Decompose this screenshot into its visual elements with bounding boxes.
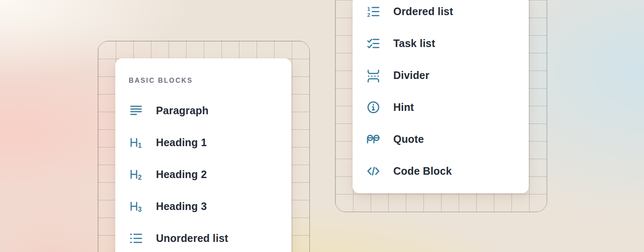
hint-icon bbox=[366, 100, 380, 114]
background-gradient: BASIC BLOCKS Paragraph 1 Heading 1 2 Hea… bbox=[0, 0, 644, 252]
heading-3-icon: 3 bbox=[129, 199, 143, 213]
menu-item-unordered-list[interactable]: Unordered list bbox=[115, 222, 291, 252]
divider-icon bbox=[366, 68, 380, 82]
menu-item-label: Divider bbox=[393, 69, 429, 81]
menu-item-label: Code Block bbox=[393, 165, 452, 177]
menu-item-label: Hint bbox=[393, 101, 414, 113]
blocks-item-list: 12 Ordered list Task list Divider Hint bbox=[353, 0, 529, 187]
menu-item-heading-3[interactable]: 3 Heading 3 bbox=[115, 190, 291, 222]
menu-item-label: Heading 1 bbox=[156, 136, 207, 149]
menu-item-ordered-list[interactable]: 12 Ordered list bbox=[353, 0, 529, 27]
svg-text:2: 2 bbox=[138, 173, 141, 181]
svg-text:3: 3 bbox=[138, 205, 141, 213]
unordered-list-icon bbox=[129, 231, 143, 245]
svg-text:1: 1 bbox=[367, 5, 370, 12]
heading-1-icon: 1 bbox=[129, 135, 143, 150]
ordered-list-icon: 12 bbox=[366, 4, 380, 18]
menu-item-heading-2[interactable]: 2 Heading 2 bbox=[115, 158, 291, 190]
paragraph-icon bbox=[129, 103, 143, 118]
svg-text:2: 2 bbox=[367, 12, 370, 18]
task-list-icon bbox=[366, 36, 380, 50]
menu-item-label: Heading 2 bbox=[156, 168, 207, 181]
blocks-menu-continued: 12 Ordered list Task list Divider Hint bbox=[353, 0, 529, 193]
menu-item-label: Task list bbox=[393, 37, 435, 50]
menu-item-divider[interactable]: Divider bbox=[353, 59, 529, 91]
menu-item-code-block[interactable]: Code Block bbox=[353, 155, 529, 187]
menu-item-label: Heading 3 bbox=[156, 200, 207, 213]
menu-item-paragraph[interactable]: Paragraph bbox=[115, 94, 291, 126]
basic-blocks-item-list: Paragraph 1 Heading 1 2 Heading 2 3 Head… bbox=[115, 94, 291, 252]
menu-item-quote[interactable]: Quote bbox=[353, 123, 529, 155]
menu-item-task-list[interactable]: Task list bbox=[353, 27, 529, 59]
menu-item-label: Unordered list bbox=[156, 232, 228, 244]
menu-item-label: Ordered list bbox=[393, 5, 453, 18]
heading-2-icon: 2 bbox=[129, 167, 143, 181]
basic-blocks-menu: BASIC BLOCKS Paragraph 1 Heading 1 2 Hea… bbox=[115, 58, 291, 252]
menu-item-heading-1[interactable]: 1 Heading 1 bbox=[115, 126, 291, 158]
quote-icon bbox=[366, 132, 380, 146]
menu-item-hint[interactable]: Hint bbox=[353, 91, 529, 123]
code-block-icon bbox=[366, 164, 380, 178]
menu-item-label: Paragraph bbox=[156, 105, 208, 117]
section-header-basic-blocks: BASIC BLOCKS bbox=[115, 67, 291, 94]
svg-text:1: 1 bbox=[138, 142, 141, 149]
menu-item-label: Quote bbox=[393, 133, 424, 145]
